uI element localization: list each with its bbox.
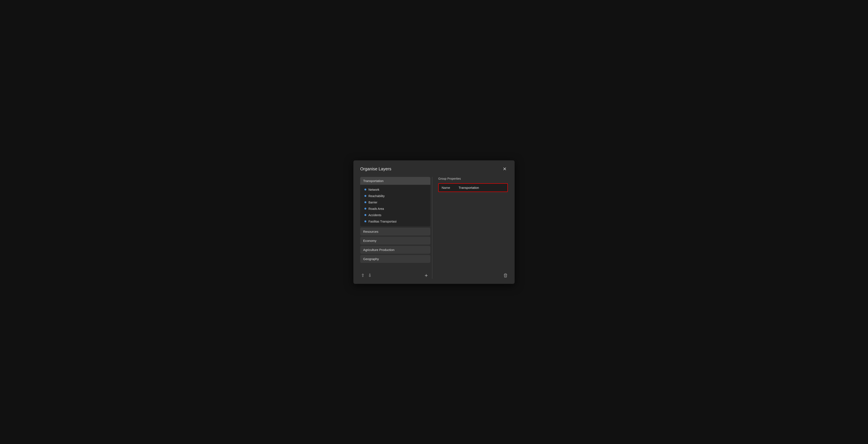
- group-label-resources: Resources: [363, 230, 378, 233]
- add-group-button[interactable]: +: [424, 273, 429, 278]
- name-label: Name: [442, 186, 459, 189]
- group-name-input[interactable]: [459, 186, 504, 189]
- list-item-network[interactable]: Network: [360, 187, 430, 193]
- left-panel: Transportation Network Reachability Barr…: [360, 177, 432, 279]
- dialog-title: Organise Layers: [360, 166, 391, 171]
- sub-item-label-fasilitas: Fasilitas Transportasi: [368, 220, 397, 223]
- sub-item-label-reachability: Reachability: [368, 194, 384, 198]
- dot-icon-barrier: [365, 201, 366, 203]
- dot-icon-fasilitas: [365, 220, 366, 222]
- list-item-accidents[interactable]: Accidents: [360, 212, 430, 218]
- dot-icon-roads-area: [365, 208, 366, 210]
- sub-item-label-barrier: Barrier: [368, 201, 377, 204]
- group-item-geography[interactable]: Geography: [360, 255, 430, 263]
- list-item-fasilitas[interactable]: Fasilitas Transportasi: [360, 218, 430, 225]
- svg-rect-0: [504, 274, 507, 275]
- group-item-transportation[interactable]: Transportation: [360, 177, 430, 185]
- group-label-transportation: Transportation: [363, 179, 383, 183]
- move-up-button[interactable]: ⇧: [360, 272, 366, 279]
- right-panel: Group Properties Name: [432, 177, 508, 279]
- delete-group-button[interactable]: [503, 273, 508, 279]
- organise-layers-dialog: Organise Layers ✕ Transportation Network: [353, 160, 515, 284]
- sub-item-label-roads-area: Roads Area: [368, 207, 384, 211]
- list-item-barrier[interactable]: Barrier: [360, 199, 430, 205]
- dot-icon-network: [365, 189, 366, 190]
- dialog-body: Transportation Network Reachability Barr…: [360, 177, 508, 279]
- group-item-resources[interactable]: Resources: [360, 228, 430, 235]
- group-properties-label: Group Properties: [438, 177, 508, 180]
- sub-items-transportation: Network Reachability Barrier Roads Area: [360, 185, 430, 226]
- dialog-header: Organise Layers ✕: [360, 166, 508, 172]
- dot-icon-reachability: [365, 195, 366, 197]
- arrow-buttons: ⇧ ⇩: [360, 272, 372, 279]
- group-item-agriculture[interactable]: Agriculture Production: [360, 246, 430, 254]
- group-label-agriculture: Agriculture Production: [363, 248, 395, 252]
- close-button[interactable]: ✕: [501, 166, 508, 172]
- name-field-row: Name: [438, 183, 508, 192]
- sub-item-label-network: Network: [368, 188, 379, 191]
- sub-item-label-accidents: Accidents: [368, 213, 381, 217]
- dot-icon-accidents: [365, 214, 366, 216]
- bottom-toolbar: ⇧ ⇩ +: [360, 269, 432, 279]
- move-down-button[interactable]: ⇩: [367, 272, 372, 279]
- trash-icon: [503, 273, 508, 278]
- list-item-reachability[interactable]: Reachability: [360, 193, 430, 199]
- right-bottom-toolbar: [438, 270, 508, 279]
- group-item-economy[interactable]: Economy: [360, 237, 430, 245]
- group-label-economy: Economy: [363, 239, 376, 243]
- list-item-roads-area[interactable]: Roads Area: [360, 205, 430, 212]
- layers-list: Transportation Network Reachability Barr…: [360, 177, 432, 269]
- group-label-geography: Geography: [363, 257, 379, 261]
